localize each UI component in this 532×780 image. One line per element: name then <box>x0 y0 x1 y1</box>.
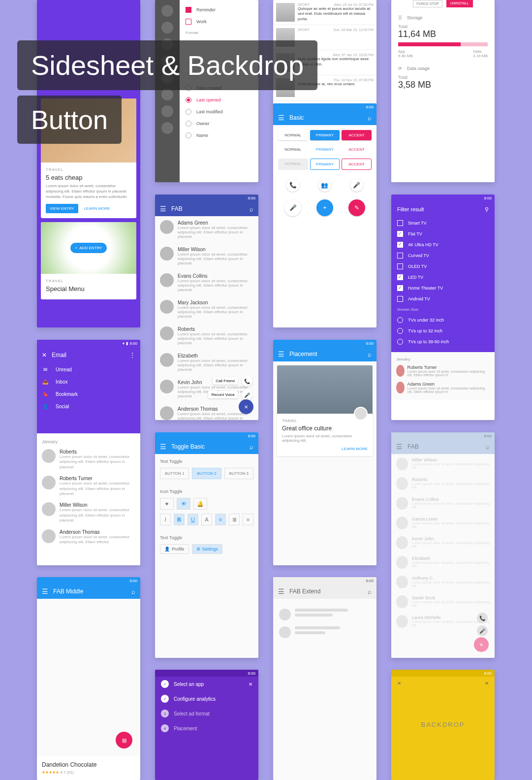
filter-checkbox-item[interactable]: 4K Ultra HD TV <box>397 239 489 250</box>
force-stop-button[interactable]: FORCE STOP <box>413 0 442 7</box>
contact-row[interactable]: RobertsLorem ipsum dolor sit amet, conse… <box>391 474 495 493</box>
contact-row[interactable]: ElizabethLorem ipsum dolor sit amet, con… <box>155 349 258 376</box>
contact-row[interactable]: RobertsLorem ipsum dolor sit amet, conse… <box>155 323 258 349</box>
primary-outline-button[interactable]: PRIMARY <box>310 159 340 170</box>
refresh-icon[interactable]: ⟳ <box>398 66 402 71</box>
bold-icon[interactable]: B <box>174 514 185 525</box>
sort-option[interactable]: Owner <box>180 118 258 130</box>
settings-chip[interactable]: ⚙ Settings <box>192 544 223 554</box>
contact-row[interactable]: Mary JacksonLorem ipsum dolor sit amet, … <box>155 296 258 323</box>
contact-row[interactable]: Miller WilsonLorem ipsum dolor sit amet,… <box>37 499 140 526</box>
call-mini-fab[interactable]: 📞 <box>477 613 488 623</box>
option-work[interactable]: Work <box>180 16 258 28</box>
close-icon[interactable]: ✕ <box>42 352 47 358</box>
menu-icon[interactable]: ☰ <box>160 443 166 451</box>
add-entry-button[interactable]: +ADD ENTRY <box>70 243 107 253</box>
filter-checkbox-item[interactable]: Curved TV <box>397 250 489 261</box>
uninstall-button[interactable]: UNINSTALL <box>446 0 473 7</box>
menu-icon[interactable]: ☰ <box>160 205 166 213</box>
contact-row[interactable]: Garcia LewisLorem ipsum dolor sit amet, … <box>391 513 495 533</box>
close-icon[interactable]: ✕ <box>249 682 252 687</box>
drawer-item-unread[interactable]: ✉Unread <box>37 363 140 376</box>
mic-icon[interactable]: 🎤 <box>242 390 252 400</box>
menu-icon[interactable]: ☰ <box>278 114 284 122</box>
menu-icon[interactable]: ☰ <box>396 443 403 451</box>
mic-fab-large[interactable]: 🎤 <box>284 199 301 216</box>
menu-icon[interactable]: ☰ <box>278 350 284 358</box>
underline-icon[interactable]: U <box>188 514 198 525</box>
favorite-icon[interactable]: ♥ <box>160 498 174 510</box>
menu-icon[interactable]: ☰ <box>398 15 402 20</box>
call-fab[interactable]: 📞 <box>286 179 299 192</box>
contact-row[interactable]: Anthony C.Lorem ipsum dolor sit amet, co… <box>391 572 495 592</box>
filter-checkbox-item[interactable]: OLED TV <box>397 261 489 272</box>
stepper-step[interactable]: ✓Configure analytics <box>155 691 258 706</box>
close-icon-2[interactable]: ✕ <box>485 681 489 686</box>
contact-row[interactable]: Miller WilsonLorem ipsum dolor sit amet,… <box>155 243 258 269</box>
add-fab[interactable]: + <box>316 199 333 216</box>
record-voice-chip[interactable]: Record Voice <box>208 391 238 398</box>
sort-option[interactable]: Last opened <box>180 94 258 106</box>
more-icon[interactable]: ⋮ <box>129 352 135 358</box>
stepper-step[interactable]: 3Select ad format <box>155 706 258 721</box>
stepper-step[interactable]: ✓Select an app✕ <box>155 677 258 691</box>
contact-row[interactable]: Adams GreenLorem ipsum dolor sit amet, c… <box>391 379 495 396</box>
align-left-icon[interactable]: ≡ <box>215 514 226 525</box>
primary-button[interactable]: PRIMARY <box>310 130 340 140</box>
tune-icon[interactable]: ⚲ <box>485 206 489 213</box>
search-icon[interactable]: ⌕ <box>131 588 135 595</box>
search-icon[interactable]: ⌕ <box>368 588 372 595</box>
filter-checkbox-item[interactable]: Smart TV <box>397 218 489 228</box>
primary-flat-button[interactable]: PRIMARY <box>310 144 340 155</box>
contact-row[interactable]: Roberts TurnerLorem ipsum dolor sit amet… <box>37 473 140 499</box>
fab-close-button[interactable]: ✕ <box>239 399 253 414</box>
contact-row[interactable]: RobertsLorem ipsum dolor sit amet, conse… <box>37 446 140 473</box>
filter-checkbox-item[interactable]: Android TV <box>397 293 489 304</box>
contact-row[interactable]: ElizabethLorem ipsum dolor sit amet, con… <box>391 552 495 572</box>
text-color-icon[interactable]: A <box>201 514 212 525</box>
menu-icon[interactable]: ☰ <box>42 587 48 595</box>
contact-row[interactable]: Roberts TurnerLorem ipsum dolor sit amet… <box>391 362 495 379</box>
sort-option[interactable]: Name <box>180 130 258 141</box>
contact-row[interactable]: Kevin JohnLorem ipsum dolor sit amet, co… <box>391 533 495 552</box>
edit-fab[interactable]: ✎ <box>348 199 365 216</box>
normal-button[interactable]: NORMAL <box>278 130 308 140</box>
call-icon[interactable]: 📞 <box>242 376 252 387</box>
profile-chip[interactable]: 👤 Profile <box>160 544 189 554</box>
news-item[interactable]: SPORTWed, 25 Jul 19, 07:00 PMQuisque ac … <box>273 0 376 25</box>
mic-mini-fab[interactable]: 🎤 <box>477 625 488 636</box>
filter-radio-item[interactable]: TVs up to 39-50 inch <box>397 336 489 347</box>
contact-row[interactable]: Miller WilsonLorem ipsum dolor sit amet,… <box>391 454 495 474</box>
learn-more-button[interactable]: LEARN MORE <box>282 447 368 451</box>
toggle-button-2[interactable]: BUTTON 2 <box>192 468 221 479</box>
align-right-icon[interactable]: ≡ <box>243 514 253 525</box>
people-fab[interactable]: 👥 <box>318 179 331 192</box>
toggle-button-3[interactable]: BUTTON 3 <box>224 468 253 479</box>
filter-checkbox-item[interactable]: Home Theater TV <box>397 283 489 293</box>
search-icon[interactable]: ⌕ <box>368 114 372 122</box>
search-icon[interactable]: ⌕ <box>250 205 253 213</box>
close-icon[interactable]: ✕ <box>397 681 401 686</box>
bell-icon[interactable]: 🔔 <box>193 498 207 510</box>
accent-outline-button[interactable]: ACCENT <box>342 159 372 170</box>
normal-flat-button[interactable]: NORMAL <box>278 144 308 155</box>
learn-more-button[interactable]: LEARN MORE <box>81 204 113 213</box>
stepper-step[interactable]: 4Placement <box>155 721 258 736</box>
accent-flat-button[interactable]: ACCENT <box>342 144 372 155</box>
option-reminder[interactable]: Reminder <box>180 4 258 16</box>
call-friend-chip[interactable]: Call Friend <box>213 377 238 385</box>
search-icon[interactable]: ⌕ <box>250 443 253 451</box>
sort-option[interactable]: Last modified <box>180 106 258 118</box>
search-icon[interactable]: ⌕ <box>486 443 490 451</box>
search-icon[interactable]: ⌕ <box>368 351 372 358</box>
drawer-item-social[interactable]: 👤Social <box>37 400 140 413</box>
contact-row[interactable]: Evans CollinsLorem ipsum dolor sit amet,… <box>391 493 495 513</box>
contact-row[interactable]: Adams GreenLorem ipsum dolor sit amet, c… <box>155 216 258 243</box>
accent-button[interactable]: ACCENT <box>342 130 372 140</box>
menu-icon[interactable]: ☰ <box>278 587 284 595</box>
filter-radio-item[interactable]: TVs under 32 inch <box>397 315 489 325</box>
view-entry-button[interactable]: VIEW ENTRY <box>46 204 78 213</box>
fab-close-button[interactable]: ✕ <box>474 637 489 652</box>
filter-checkbox-item[interactable]: Flat TV <box>397 228 489 239</box>
contact-row[interactable]: Sarah ScottLorem ipsum dolor sit amet, c… <box>391 592 495 612</box>
